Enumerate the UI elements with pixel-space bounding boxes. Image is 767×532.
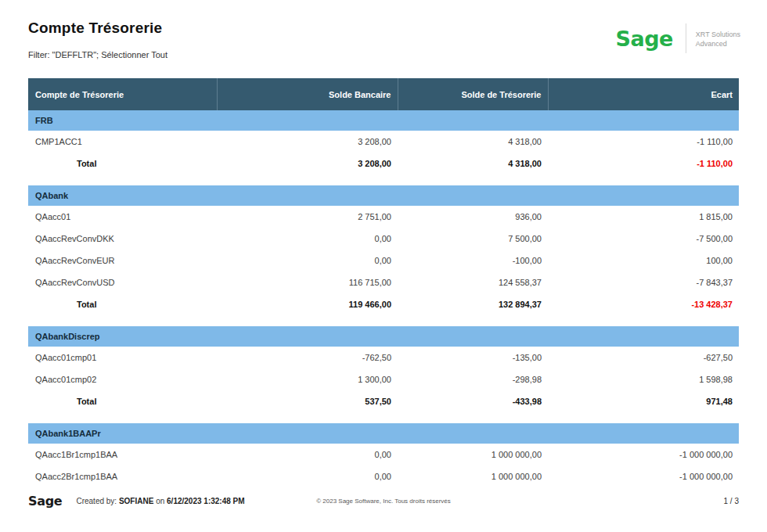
account-name: QAaccRevConvDKK (28, 228, 217, 250)
col-header-solde-tresorerie: Solde de Trésorerie (398, 78, 548, 110)
table-row: QAacc01 2 751,00 936,00 1 815,00 (28, 206, 739, 228)
sage-footer-logo: Sage (28, 494, 62, 509)
account-name: QAaccRevConvUSD (28, 271, 217, 293)
col-header-ecart: Ecart (548, 78, 739, 110)
solde-tresorerie-value: 1 000 000,00 (398, 466, 548, 487)
section-total-row: Total 537,50 -433,98 971,48 (28, 390, 739, 412)
total-label: Total (28, 293, 217, 315)
group-header-row: FRB (28, 110, 739, 131)
solde-tresorerie-value: -100,00 (398, 250, 548, 271)
account-name: QAacc1Br1cmp1BAA (28, 444, 217, 466)
group-header-row: QAbankDiscrep (28, 326, 739, 347)
created-by-text: Created by: SOFIANE on 6/12/2023 1:32:48… (76, 497, 244, 505)
table-row: QAacc01cmp02 1 300,00 -298,98 1 598,98 (28, 368, 739, 390)
solde-bancaire-value: 116 715,00 (217, 271, 398, 293)
solde-tresorerie-value: 1 000 000,00 (398, 444, 548, 466)
table-row: QAacc1Br1cmp1BAA 0,00 1 000 000,00 -1 00… (28, 444, 739, 466)
ecart-value: 1 815,00 (548, 206, 739, 228)
brand-block: Sage XRT SolutionsAdvanced (615, 23, 740, 53)
group-name: QAbank (28, 185, 739, 206)
col-header-solde-bancaire: Solde Bancaire (217, 78, 398, 110)
report-footer: Sage Created by: SOFIANE on 6/12/2023 1:… (28, 491, 739, 511)
solde-tresorerie-value: 4 318,00 (398, 131, 548, 153)
solde-bancaire-value: 0,00 (217, 228, 398, 250)
solde-bancaire-value: 0,00 (217, 444, 398, 466)
ecart-value: -7 500,00 (548, 228, 739, 250)
ecart-value: -1 000 000,00 (548, 444, 739, 466)
solde-bancaire-value: 3 208,00 (217, 131, 398, 153)
ecart-value: -7 843,37 (548, 271, 739, 293)
ecart-value: 100,00 (548, 250, 739, 271)
sage-logo: Sage (615, 27, 672, 51)
group-header-row: QAbank (28, 185, 739, 206)
section-gap (28, 315, 739, 326)
solde-tresorerie-value: 936,00 (398, 206, 548, 228)
account-name: QAacc01 (28, 206, 217, 228)
total-ecart: -13 428,37 (548, 293, 739, 315)
account-name: QAaccRevConvEUR (28, 250, 217, 271)
group-name: FRB (28, 110, 739, 131)
total-solde-tresorerie: 4 318,00 (398, 153, 548, 174)
solde-bancaire-value: 1 300,00 (217, 368, 398, 390)
ecart-value: -1 000 000,00 (548, 466, 739, 487)
table-row: QAacc2Br1cmp1BAA 0,00 1 000 000,00 -1 00… (28, 466, 739, 487)
total-label: Total (28, 390, 217, 412)
brand-product-line1: XRT Solutions (696, 31, 740, 38)
footer-left: Sage Created by: SOFIANE on 6/12/2023 1:… (28, 494, 245, 509)
account-name: CMP1ACC1 (28, 131, 217, 153)
solde-tresorerie-value: 7 500,00 (398, 228, 548, 250)
table-row: QAaccRevConvEUR 0,00 -100,00 100,00 (28, 250, 739, 271)
solde-tresorerie-value: -135,00 (398, 347, 548, 368)
total-solde-bancaire: 119 466,00 (217, 293, 398, 315)
solde-bancaire-value: 0,00 (217, 466, 398, 487)
section-total-row: Total 119 466,00 132 894,37 -13 428,37 (28, 293, 739, 315)
solde-tresorerie-value: -298,98 (398, 368, 548, 390)
table-row: QAaccRevConvUSD 116 715,00 124 558,37 -7… (28, 271, 739, 293)
total-ecart: -1 110,00 (548, 153, 739, 174)
account-name: QAacc2Br1cmp1BAA (28, 466, 217, 487)
account-name: QAacc01cmp01 (28, 347, 217, 368)
total-ecart: 971,48 (548, 390, 739, 412)
total-solde-tresorerie: -433,98 (398, 390, 548, 412)
solde-bancaire-value: 0,00 (217, 250, 398, 271)
created-prefix: Created by: (76, 497, 117, 505)
ecart-value: -1 110,00 (548, 131, 739, 153)
ecart-value: 1 598,98 (548, 368, 739, 390)
total-solde-bancaire: 537,50 (217, 390, 398, 412)
col-header-compte: Compte de Trésorerie (28, 78, 217, 110)
page-number: 1 / 3 (724, 497, 739, 505)
group-name: QAbankDiscrep (28, 326, 739, 347)
brand-product-name: XRT SolutionsAdvanced (696, 28, 740, 49)
total-label: Total (28, 153, 217, 174)
section-gap (28, 174, 739, 185)
treasury-table: Compte de Trésorerie Solde Bancaire Sold… (28, 78, 739, 487)
total-solde-tresorerie: 132 894,37 (398, 293, 548, 315)
account-name: QAacc01cmp02 (28, 368, 217, 390)
total-solde-bancaire: 3 208,00 (217, 153, 398, 174)
group-header-row: QAbank1BAAPr (28, 423, 739, 444)
group-name: QAbank1BAAPr (28, 423, 739, 444)
created-user: SOFIANE (119, 497, 153, 505)
brand-product-line2: Advanced (696, 40, 727, 48)
solde-bancaire-value: -762,50 (217, 347, 398, 368)
section-total-row: Total 3 208,00 4 318,00 -1 110,00 (28, 153, 739, 174)
table-row: CMP1ACC1 3 208,00 4 318,00 -1 110,00 (28, 131, 739, 153)
table-row: QAacc01cmp01 -762,50 -135,00 -627,50 (28, 347, 739, 368)
table-header-row: Compte de Trésorerie Solde Bancaire Sold… (28, 78, 739, 110)
table-row: QAaccRevConvDKK 0,00 7 500,00 -7 500,00 (28, 228, 739, 250)
brand-divider (686, 23, 686, 53)
created-datetime: 6/12/2023 1:32:48 PM (167, 497, 245, 505)
section-gap (28, 412, 739, 423)
created-on-word: on (156, 497, 164, 505)
ecart-value: -627,50 (548, 347, 739, 368)
solde-tresorerie-value: 124 558,37 (398, 271, 548, 293)
solde-bancaire-value: 2 751,00 (217, 206, 398, 228)
